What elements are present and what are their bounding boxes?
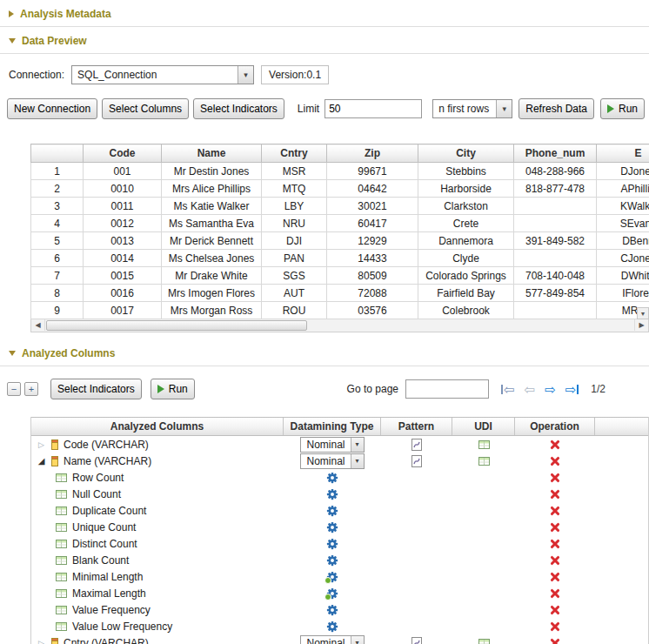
table-row[interactable]: 1 001 Mr Destin Jones MSR 99671 Stebbins… xyxy=(31,163,649,180)
collapse-all-button[interactable]: − xyxy=(7,382,21,396)
indicator-options-gear-icon[interactable] xyxy=(326,621,338,633)
datamining-type-dropdown[interactable]: Nominal ▾ xyxy=(300,437,364,453)
run-button[interactable]: Run xyxy=(600,98,645,119)
select-indicators-button[interactable]: Select Indicators xyxy=(193,98,284,119)
table-row[interactable]: 4 0012 Ms Samantha Eva NRU 60417 Crete S… xyxy=(31,215,649,232)
delete-x-icon[interactable] xyxy=(550,571,561,582)
goto-page-input[interactable] xyxy=(405,379,489,399)
datamining-type-dropdown[interactable]: Nominal ▾ xyxy=(300,453,364,469)
column-header-rownum[interactable] xyxy=(31,144,84,163)
collapse-arrow-icon[interactable]: ◢ xyxy=(37,456,46,466)
table-row[interactable]: 3 0011 Ms Katie Walker LBY 30021 Clarkst… xyxy=(31,198,649,215)
run-button[interactable]: Run xyxy=(151,379,195,399)
column-header-code[interactable]: Code xyxy=(84,144,162,163)
delete-x-icon[interactable] xyxy=(550,439,561,450)
chevron-down-icon[interactable]: ▾ xyxy=(351,438,364,452)
udi-icon[interactable] xyxy=(478,440,490,449)
select-indicators-button[interactable]: Select Indicators xyxy=(50,379,142,399)
header-analyzed-columns[interactable]: Analyzed Columns xyxy=(31,418,284,435)
column-header-email[interactable]: E xyxy=(597,144,649,163)
section-data-preview[interactable]: Data Preview xyxy=(0,27,649,54)
indicator-options-gear-icon[interactable] xyxy=(326,587,338,600)
delete-x-icon[interactable] xyxy=(550,637,561,644)
indicator-row[interactable]: Maximal Length xyxy=(31,585,648,601)
rows-mode-dropdown[interactable]: n first rows ▾ xyxy=(432,99,512,118)
udi-icon[interactable] xyxy=(478,639,490,644)
datamining-type-dropdown[interactable]: Nominal ▾ xyxy=(300,635,364,644)
indicator-row[interactable]: Blank Count xyxy=(31,552,648,568)
table-row[interactable]: 2 0010 Mrs Alice Phillips MTQ 04642 Harb… xyxy=(31,180,649,198)
table-row[interactable]: 9 0017 Mrs Morgan Ross ROU 03576 Colebro… xyxy=(31,302,649,319)
chevron-down-icon[interactable]: ▾ xyxy=(351,454,364,468)
analyzed-column-row[interactable]: ◢ Name (VARCHAR) Nominal ▾ xyxy=(31,453,648,469)
header-datamining-type[interactable]: Datamining Type xyxy=(284,418,381,435)
delete-x-icon[interactable] xyxy=(550,604,561,615)
column-header-name[interactable]: Name xyxy=(162,144,262,163)
delete-x-icon[interactable] xyxy=(550,505,561,516)
scrollbar-thumb[interactable] xyxy=(46,320,307,331)
delete-x-icon[interactable] xyxy=(550,538,561,549)
pattern-icon[interactable] xyxy=(411,439,422,451)
udi-icon[interactable] xyxy=(478,457,490,466)
new-connection-button[interactable]: New Connection xyxy=(7,98,97,119)
analyzed-column-row[interactable]: ▷ Code (VARCHAR) Nominal ▾ xyxy=(31,436,648,453)
next-page-icon[interactable]: ⇨ xyxy=(545,383,556,396)
indicator-options-gear-icon[interactable] xyxy=(326,571,338,583)
delete-x-icon[interactable] xyxy=(550,455,561,466)
scroll-left-button[interactable]: ◀ xyxy=(31,319,45,331)
indicator-row[interactable]: Null Count xyxy=(31,486,648,502)
indicator-row[interactable]: Distinct Count xyxy=(31,535,648,552)
pattern-icon[interactable] xyxy=(411,637,422,644)
table-row[interactable]: 7 0015 Mr Drake White SGS 80509 Colorado… xyxy=(31,267,649,285)
indicator-options-gear-icon[interactable] xyxy=(326,505,338,517)
table-row[interactable]: 6 0014 Ms Chelsea Jones PAN 14433 Clyde … xyxy=(31,250,649,267)
indicator-options-gear-icon[interactable] xyxy=(326,488,338,500)
indicator-row[interactable]: Minimal Length xyxy=(31,568,648,585)
chevron-down-icon[interactable]: ▾ xyxy=(351,636,364,644)
delete-x-icon[interactable] xyxy=(550,554,561,566)
previous-page-icon[interactable]: ⇦ xyxy=(525,383,536,396)
column-header-phone[interactable]: Phone_num xyxy=(514,144,597,163)
indicator-row[interactable]: Value Frequency xyxy=(31,601,648,618)
table-row[interactable]: 8 0016 Mrs Imogen Flores AUT 72088 Fairf… xyxy=(31,285,649,302)
section-analysis-metadata[interactable]: Analysis Metadata xyxy=(0,0,649,27)
indicator-options-gear-icon[interactable] xyxy=(326,604,338,616)
delete-x-icon[interactable] xyxy=(550,488,561,500)
select-columns-button[interactable]: Select Columns xyxy=(102,98,189,119)
header-udi[interactable]: UDI xyxy=(452,418,515,435)
analyzed-column-row[interactable]: ▷ Cntry (VARCHAR) Nominal ▾ xyxy=(31,634,648,644)
column-header-city[interactable]: City xyxy=(418,144,514,163)
indicator-row[interactable]: Unique Count xyxy=(31,519,648,535)
connection-dropdown[interactable]: SQL_Connection ▾ xyxy=(71,65,254,84)
chevron-down-icon[interactable]: ▾ xyxy=(496,100,512,117)
pattern-icon[interactable] xyxy=(411,455,422,467)
column-header-cntry[interactable]: Cntry xyxy=(262,144,327,163)
header-operation[interactable]: Operation xyxy=(515,418,595,435)
indicator-options-gear-icon[interactable] xyxy=(326,472,338,484)
expand-arrow-icon[interactable]: ▷ xyxy=(37,440,46,449)
indicator-row[interactable]: Value Low Frequency xyxy=(31,618,648,634)
indicator-row[interactable]: Duplicate Count xyxy=(31,502,648,519)
chevron-down-icon[interactable]: ▾ xyxy=(238,66,253,84)
scroll-right-button[interactable]: ▶ xyxy=(634,319,648,331)
expand-all-button[interactable]: + xyxy=(24,382,38,396)
refresh-data-button[interactable]: Refresh Data xyxy=(519,98,594,119)
delete-x-icon[interactable] xyxy=(550,587,561,599)
indicator-options-gear-icon[interactable] xyxy=(326,538,338,550)
table-row[interactable]: 5 0013 Mr Derick Bennett DJI 12929 Danne… xyxy=(31,232,649,250)
indicator-options-gear-icon[interactable] xyxy=(326,521,338,533)
delete-x-icon[interactable] xyxy=(550,472,561,483)
horizontal-scrollbar[interactable]: ◀ ▶ xyxy=(30,319,649,332)
expand-arrow-icon[interactable]: ▷ xyxy=(37,639,46,644)
indicator-row[interactable]: Row Count xyxy=(31,469,648,486)
delete-x-icon[interactable] xyxy=(550,521,561,533)
indicator-options-gear-icon[interactable] xyxy=(326,554,338,567)
vertical-scroll-down-button[interactable]: ▼ xyxy=(637,307,649,319)
column-header-zip[interactable]: Zip xyxy=(327,144,418,163)
section-analyzed-columns[interactable]: Analyzed Columns xyxy=(0,339,649,366)
first-page-icon[interactable]: ⇦ xyxy=(501,383,515,396)
last-page-icon[interactable]: ⇨ xyxy=(565,383,579,396)
header-pattern[interactable]: Pattern xyxy=(381,418,452,435)
limit-input[interactable] xyxy=(324,99,422,118)
delete-x-icon[interactable] xyxy=(550,621,561,632)
